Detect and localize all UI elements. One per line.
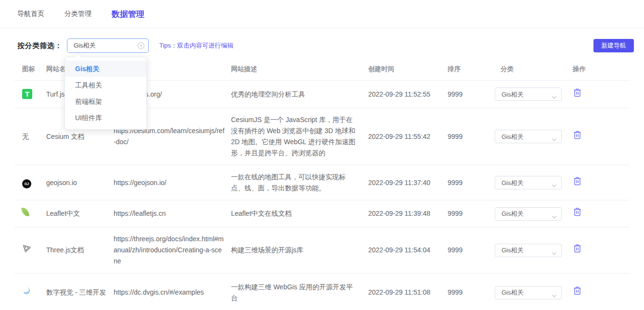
site-desc-cell[interactable]: 构建三维场景的开源js库 — [231, 238, 368, 262]
category-select[interactable]: Gis相关 — [495, 176, 562, 189]
category-select[interactable]: Gis相关 — [495, 244, 562, 257]
category-cell: Gis相关 — [495, 124, 572, 149]
category-select-value: Gis相关 — [495, 208, 524, 219]
sort-cell[interactable]: 9999 — [448, 125, 495, 149]
header-sort: 排序 — [448, 63, 495, 74]
category-filter-dropdown: Gis相关 工具相关 前端框架 UI组件库 — [64, 57, 147, 130]
site-icon-cell: 无 — [14, 125, 46, 149]
site-name-cell[interactable]: geojson.io — [46, 171, 114, 195]
header-created-time: 创建时间 — [368, 63, 448, 74]
category-select[interactable]: Gis相关 — [495, 286, 562, 299]
actions-cell — [572, 82, 630, 107]
actions-cell — [572, 170, 630, 196]
new-navigation-button[interactable]: 新建导航 — [593, 39, 634, 52]
created-time-cell: 2022-09-29 11:54:04 — [368, 238, 448, 262]
site-icon-cell — [14, 237, 46, 263]
category-select-value: Gis相关 — [495, 287, 524, 298]
geojson-letters: GJ — [25, 178, 29, 189]
site-url-cell[interactable]: https://geojson.io/ — [114, 171, 231, 195]
site-url-cell[interactable]: https://leafletjs.cn — [114, 202, 231, 225]
site-desc-cell[interactable]: 一款构建三维 WebGis 应用的开源开发平台 — [231, 275, 368, 310]
turf-logo-icon: T — [22, 89, 32, 99]
category-select[interactable]: Gis相关 — [495, 207, 562, 221]
site-icon-cell — [14, 280, 46, 305]
delete-button[interactable] — [573, 88, 582, 98]
chevron-down-icon — [552, 181, 557, 192]
table-row: Leaflet中文 https://leafletjs.cn Leaflet中文… — [14, 200, 630, 227]
category-select-value: Gis相关 — [495, 245, 524, 256]
dropdown-arrow — [75, 53, 81, 60]
delete-button[interactable] — [573, 176, 582, 186]
site-name-cell[interactable]: Three.js文档 — [46, 238, 114, 262]
category-select[interactable]: Gis相关 — [495, 130, 562, 143]
sort-cell[interactable]: 9999 — [448, 202, 495, 225]
created-time-cell: 2022-09-29 11:51:08 — [368, 281, 448, 304]
sort-cell[interactable]: 9999 — [448, 281, 495, 304]
sort-cell[interactable]: 9999 — [448, 83, 495, 106]
category-select[interactable]: Gis相关 — [495, 87, 562, 101]
chevron-down-icon — [552, 291, 557, 302]
leaflet-leaf-icon — [21, 207, 29, 218]
dvgis-logo-icon — [22, 286, 31, 295]
site-name-cell[interactable]: 数字视觉 - 三维开发 — [46, 281, 114, 304]
actions-cell — [572, 280, 630, 305]
circle-x-clear-icon[interactable] — [137, 42, 145, 50]
turf-letter: T — [25, 88, 29, 99]
chevron-down-icon — [552, 135, 557, 146]
geojson-logo-icon: GJ — [22, 179, 31, 188]
header-icon: 图标 — [14, 63, 46, 74]
actions-cell — [572, 124, 630, 149]
threejs-logo-icon — [22, 244, 32, 253]
site-url-cell[interactable]: https://threejs.org/docs/index.html#manu… — [114, 227, 231, 273]
dropdown-option-frontend[interactable]: 前端框架 — [65, 93, 146, 110]
category-cell: Gis相关 — [495, 237, 572, 263]
site-desc-cell[interactable]: 优秀的地理空间分析工具 — [231, 83, 368, 106]
table-row: Three.js文档 https://threejs.org/docs/inde… — [14, 227, 630, 273]
actions-cell — [572, 201, 630, 226]
site-desc-cell[interactable]: CesiumJS 是一个 JavaScript 库，用于在没有插件的 Web 浏… — [231, 108, 368, 165]
sort-cell[interactable]: 9999 — [448, 171, 495, 195]
category-cell: Gis相关 — [495, 280, 572, 306]
nav-item-category-management[interactable]: 分类管理 — [64, 10, 91, 18]
category-cell: Gis相关 — [495, 201, 572, 227]
chevron-down-icon — [552, 212, 557, 223]
filter-bar: 按分类筛选： Tips：双击内容可进行编辑 新建导航 — [17, 38, 634, 53]
site-icon-cell: T — [14, 83, 46, 106]
delete-button[interactable] — [573, 130, 582, 140]
category-cell: Gis相关 — [495, 170, 572, 196]
dropdown-option-ui[interactable]: UI组件库 — [65, 110, 146, 126]
dropdown-option-gis[interactable]: Gis相关 — [65, 61, 146, 77]
sort-cell[interactable]: 9999 — [448, 238, 495, 262]
data-management-page: 导航首页 分类管理 数据管理 按分类筛选： Tips：双击内容可进行编辑 新建导… — [0, 0, 644, 310]
site-desc-cell[interactable]: 一款在线的地图工具，可以快捷实现标点、线、面，导出数据等功能。 — [231, 165, 368, 200]
table-row: 数字视觉 - 三维开发 https://dc.dvgis.cn/#/exampl… — [14, 273, 630, 310]
nav-item-home[interactable]: 导航首页 — [17, 10, 44, 18]
delete-button[interactable] — [573, 207, 582, 217]
dropdown-option-tools[interactable]: 工具相关 — [65, 77, 146, 93]
chevron-down-icon — [552, 92, 557, 103]
created-time-cell: 2022-09-29 11:55:42 — [368, 125, 448, 149]
table-row: GJ geojson.io https://geojson.io/ 一款在线的地… — [14, 165, 630, 200]
category-select-value: Gis相关 — [495, 177, 524, 188]
delete-button[interactable] — [573, 244, 582, 253]
category-filter-select[interactable] — [67, 38, 149, 53]
header-actions: 操作 — [572, 63, 630, 74]
site-url-cell[interactable]: https://dc.dvgis.cn/#/examples — [114, 281, 231, 304]
top-navigation: 导航首页 分类管理 数据管理 — [0, 0, 644, 28]
site-desc-cell[interactable]: Leaflet中文在线文档 — [231, 202, 368, 225]
site-icon-cell: GJ — [14, 171, 46, 195]
category-select-value: Gis相关 — [495, 131, 524, 142]
header-category: 分类 — [495, 63, 572, 74]
edit-tips-text: Tips：双击内容可进行编辑 — [159, 41, 233, 50]
created-time-cell: 2022-09-29 11:37:40 — [368, 171, 448, 195]
delete-button[interactable] — [573, 286, 582, 296]
chevron-down-icon — [552, 248, 557, 260]
nav-item-data-management[interactable]: 数据管理 — [112, 9, 144, 20]
site-name-cell[interactable]: Leaflet中文 — [46, 202, 114, 225]
no-icon-text: 无 — [22, 133, 29, 140]
filter-label: 按分类筛选： — [17, 41, 62, 50]
category-cell: Gis相关 — [495, 81, 572, 107]
category-filter-input[interactable] — [67, 38, 149, 53]
category-select-value: Gis相关 — [495, 89, 524, 100]
created-time-cell: 2022-09-29 11:52:55 — [368, 83, 448, 106]
